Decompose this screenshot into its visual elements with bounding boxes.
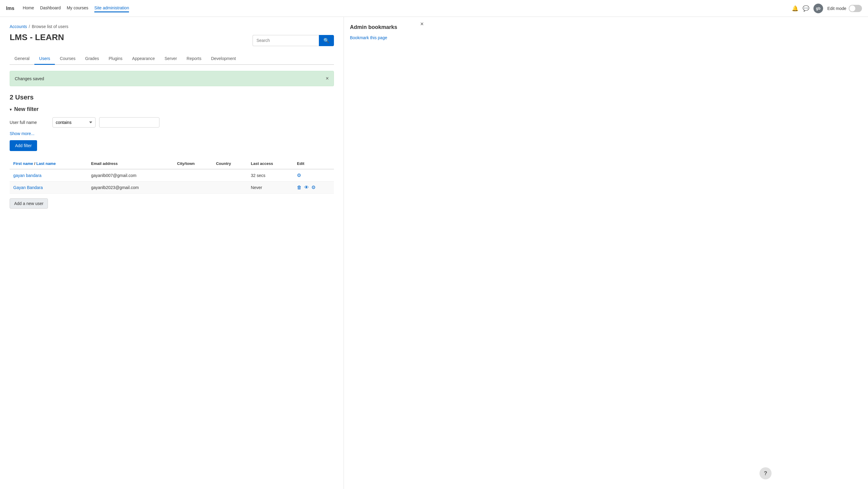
topnav: lms Home Dashboard My courses Site admin… [0, 0, 868, 17]
last-name-sort-link[interactable]: Last name [36, 161, 56, 166]
edit-icons-1: ⚙ [297, 173, 330, 178]
nav-links: Home Dashboard My courses Site administr… [23, 4, 783, 12]
user-country-1 [213, 169, 247, 182]
user-country-2 [213, 182, 247, 193]
filter-title-row[interactable]: ▾ New filter [10, 106, 334, 113]
user-full-name-2: Gayan Bandara [10, 182, 87, 193]
col-last-access: Last access [247, 158, 293, 169]
gear-icon-1[interactable]: ⚙ [297, 173, 301, 178]
tabs: General Users Courses Grades Plugins App… [10, 53, 334, 65]
user-full-name-1: gayan bandara [10, 169, 87, 182]
messages-icon[interactable]: 💬 [803, 5, 809, 12]
page-wrap: Accounts / Browse list of users LMS - LE… [0, 17, 868, 489]
breadcrumb-parent[interactable]: Accounts [10, 24, 27, 29]
nav-home[interactable]: Home [23, 4, 34, 12]
sidebar-panel: × Admin bookmarks Bookmark this page [344, 17, 428, 489]
filter-operator-select[interactable]: contains does not contain is equal to st… [53, 117, 96, 127]
col-city: City/town [174, 158, 213, 169]
title-row: LMS - LEARN 🔍 [10, 33, 334, 48]
edit-icons-2: 🗑 👁 ⚙ [297, 184, 330, 190]
users-count-heading: 2 Users [10, 93, 334, 101]
first-name-sort-link[interactable]: First name [13, 161, 33, 166]
add-filter-button[interactable]: Add filter [10, 140, 37, 151]
tab-plugins[interactable]: Plugins [104, 53, 127, 65]
filter-value-input[interactable] [99, 117, 159, 127]
tab-courses[interactable]: Courses [55, 53, 80, 65]
filter-panel: ▾ New filter User full name contains doe… [10, 106, 334, 151]
show-more-link[interactable]: Show more... [10, 131, 334, 136]
alert-message: Changes saved [15, 76, 44, 81]
main-content: Accounts / Browse list of users LMS - LE… [0, 17, 344, 489]
edit-mode-label: Edit mode [827, 6, 846, 11]
avatar[interactable]: gb [813, 4, 823, 13]
app-logo: lms [6, 6, 14, 11]
notifications-icon[interactable]: 🔔 [792, 5, 798, 12]
user-email-2: gayanlb2023@gmail.com [87, 182, 173, 193]
col-email: Email address [87, 158, 173, 169]
user-city-1 [174, 169, 213, 182]
user-edit-1: ⚙ [293, 169, 334, 182]
user-last-access-2: Never [247, 182, 293, 193]
filter-title: New filter [14, 106, 38, 113]
edit-mode-wrap: Edit mode [827, 5, 862, 12]
col-firstname: First name / Last name [10, 158, 87, 169]
table-row: gayan bandara gayanlb007@gmail.com 32 se… [10, 169, 334, 182]
search-input[interactable] [253, 35, 319, 46]
users-table: First name / Last name Email address Cit… [10, 158, 334, 193]
user-link-2[interactable]: Gayan Bandara [13, 185, 43, 190]
user-city-2 [174, 182, 213, 193]
search-wrap: 🔍 [253, 35, 334, 46]
bookmark-this-page-link[interactable]: Bookmark this page [350, 35, 387, 40]
user-edit-2: 🗑 👁 ⚙ [293, 182, 334, 193]
nav-dashboard[interactable]: Dashboard [40, 4, 61, 12]
chevron-down-icon: ▾ [10, 107, 12, 112]
help-button[interactable]: ? [760, 467, 772, 479]
add-new-user-button[interactable]: Add a new user [10, 198, 48, 209]
tab-reports[interactable]: Reports [182, 53, 206, 65]
eye-icon-2[interactable]: 👁 [304, 185, 309, 190]
table-header-row: First name / Last name Email address Cit… [10, 158, 334, 169]
filter-row: User full name contains does not contain… [10, 117, 334, 127]
gear-icon-2[interactable]: ⚙ [311, 184, 315, 190]
user-last-access-1: 32 secs [247, 169, 293, 182]
filter-field-label: User full name [10, 120, 49, 125]
sidebar-title: Admin bookmarks [350, 24, 422, 30]
tab-users[interactable]: Users [34, 53, 55, 65]
alert-success: Changes saved × [10, 71, 334, 86]
breadcrumb: Accounts / Browse list of users [10, 24, 334, 29]
edit-mode-toggle[interactable] [849, 5, 862, 12]
table-row: Gayan Bandara gayanlb2023@gmail.com Neve… [10, 182, 334, 193]
tab-grades[interactable]: Grades [81, 53, 104, 65]
alert-close-button[interactable]: × [326, 75, 329, 82]
sidebar-close-button[interactable]: × [420, 21, 424, 27]
col-edit: Edit [293, 158, 334, 169]
breadcrumb-separator: / [29, 24, 30, 29]
nav-site-administration[interactable]: Site administration [94, 4, 129, 12]
search-button[interactable]: 🔍 [319, 35, 334, 46]
nav-my-courses[interactable]: My courses [67, 4, 88, 12]
breadcrumb-current: Browse list of users [32, 24, 68, 29]
trash-icon-2[interactable]: 🗑 [297, 185, 302, 190]
col-country: Country [213, 158, 247, 169]
topnav-right: 🔔 💬 gb Edit mode [792, 4, 862, 13]
user-email-1: gayanlb007@gmail.com [87, 169, 173, 182]
user-link-1[interactable]: gayan bandara [13, 173, 41, 178]
tab-appearance[interactable]: Appearance [127, 53, 160, 65]
tab-server[interactable]: Server [160, 53, 182, 65]
page-title: LMS - LEARN [10, 33, 64, 42]
tab-general[interactable]: General [10, 53, 34, 65]
tab-development[interactable]: Development [206, 53, 241, 65]
